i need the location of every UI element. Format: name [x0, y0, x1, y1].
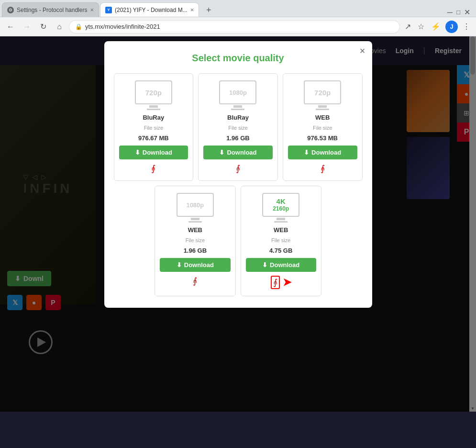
bookmark-icon[interactable]: ☆	[416, 20, 426, 33]
magnet-icon-3[interactable]: ⨙	[321, 163, 325, 174]
file-size-value-2: 1.96 GB	[226, 134, 249, 142]
quality-card-1080p-bluray: 1080p BluRay File size 1.96 GB ⬇ Downloa…	[198, 73, 278, 181]
magnet-highlight-row: ⨙ ➤	[271, 276, 291, 289]
download-icon-1: ⬇	[135, 149, 140, 156]
tab-title-settings: Settings - Protocol handlers	[17, 7, 87, 13]
type-label-1: BluRay	[143, 114, 164, 121]
magnet-icon-1[interactable]: ⨙	[151, 163, 155, 174]
maximize-button[interactable]: □	[456, 9, 460, 16]
monitor-720p-bluray: 720p	[135, 80, 172, 110]
download-btn-1[interactable]: ⬇ Download	[119, 146, 188, 159]
download-btn-4[interactable]: ⬇ Download	[160, 258, 230, 272]
modal-close-button[interactable]: ×	[360, 46, 365, 56]
monitor-720p-web: 720p	[304, 80, 341, 110]
home-button[interactable]: ⌂	[53, 20, 66, 34]
address-url: yts.mx/movies/infinite-2021	[85, 23, 160, 30]
resolution-label-5-2160: 2160p	[273, 206, 289, 212]
address-bar-row: ← → ↻ ⌂ 🔒 yts.mx/movies/infinite-2021 ↗ …	[0, 17, 476, 36]
download-btn-2[interactable]: ⬇ Download	[203, 146, 273, 159]
type-label-3: WEB	[315, 114, 330, 121]
monitor-1080p-web: 1080p	[177, 193, 214, 223]
download-label-5: Download	[270, 261, 299, 269]
magnet-icon-5-highlighted[interactable]: ⨙	[271, 276, 280, 289]
file-size-value-4: 1.96 GB	[184, 247, 207, 254]
type-label-4: WEB	[188, 226, 202, 234]
extensions-icon[interactable]: ⚡	[429, 20, 443, 33]
file-size-value-3: 976.53 MB	[307, 134, 338, 142]
monitor-1080p-bluray: 1080p	[219, 80, 256, 110]
tab-close-settings[interactable]: ×	[90, 6, 94, 13]
quality-card-4k-web: 4K 2160p WEB File size 4.75 GB ⬇ Downloa…	[241, 186, 321, 296]
forward-button[interactable]: →	[20, 20, 33, 34]
file-size-label-5: File size	[271, 237, 290, 243]
monitor-4k-web: 4K 2160p	[262, 193, 299, 223]
quality-card-1080p-web: 1080p WEB File size 1.96 GB ⬇ Download ⨙	[155, 186, 235, 296]
download-icon-5: ⬇	[262, 261, 267, 269]
modal-overlay: × Select movie quality 720p BluRay File …	[0, 36, 476, 412]
tab-yify[interactable]: Y (2021) YIFY - Download M... ×	[100, 2, 199, 17]
file-size-label-3: File size	[313, 125, 332, 131]
tab-close-yify[interactable]: ×	[190, 6, 194, 13]
magnet-icon-2[interactable]: ⨙	[236, 163, 240, 174]
window-controls: ─ □ ✕	[447, 8, 474, 17]
red-arrow-icon: ➤	[283, 276, 291, 289]
download-label-2: Download	[227, 149, 256, 156]
magnet-icon-4[interactable]: ⨙	[193, 276, 197, 286]
share-icon[interactable]: ↗	[403, 20, 413, 33]
tab-title-yify: (2021) YIFY - Download M...	[115, 7, 188, 13]
file-size-label-2: File size	[228, 125, 247, 131]
menu-icon[interactable]: ⋮	[461, 20, 472, 33]
tab-settings[interactable]: ⚙ Settings - Protocol handlers ×	[2, 2, 99, 17]
quality-card-720p-web: 720p WEB File size 976.53 MB ⬇ Download …	[283, 73, 363, 181]
new-tab-button[interactable]: +	[202, 3, 215, 17]
resolution-label-3: 720p	[314, 89, 331, 97]
resolution-label-2: 1080p	[229, 89, 247, 96]
user-avatar[interactable]: J	[445, 21, 458, 33]
resolution-label-4: 1080p	[186, 202, 204, 209]
quality-cards-row-2: 1080p WEB File size 1.96 GB ⬇ Download ⨙	[114, 186, 363, 296]
minimize-button[interactable]: ─	[447, 8, 453, 17]
address-field[interactable]: 🔒 yts.mx/movies/infinite-2021	[69, 20, 400, 34]
quality-modal: × Select movie quality 720p BluRay File …	[104, 41, 372, 308]
address-lock-icon: 🔒	[75, 23, 82, 30]
download-icon-4: ⬇	[177, 261, 182, 269]
reload-button[interactable]: ↻	[36, 20, 50, 34]
modal-title: Select movie quality	[114, 53, 363, 64]
file-size-value-1: 976.67 MB	[138, 134, 169, 142]
file-size-label-1: File size	[144, 125, 163, 131]
tab-favicon-settings: ⚙	[7, 7, 14, 13]
resolution-label-5-4k: 4K	[277, 198, 286, 206]
download-label-4: Download	[184, 261, 214, 269]
file-size-value-5: 4.75 GB	[269, 247, 292, 254]
site-area: Home 4K Trending Browse Movies Login | R…	[0, 36, 476, 412]
quality-cards-row-1: 720p BluRay File size 976.67 MB ⬇ Downlo…	[114, 73, 363, 181]
download-btn-5[interactable]: ⬇ Download	[246, 258, 316, 272]
type-label-5: WEB	[274, 226, 288, 234]
download-label-3: Download	[311, 149, 341, 156]
browser-tab-bar: ⚙ Settings - Protocol handlers × Y (2021…	[0, 0, 476, 17]
close-button[interactable]: ✕	[464, 8, 470, 17]
download-icon-3: ⬇	[304, 149, 309, 156]
quality-card-720p-bluray: 720p BluRay File size 976.67 MB ⬇ Downlo…	[114, 73, 194, 181]
resolution-label-1: 720p	[145, 89, 162, 97]
back-button[interactable]: ←	[4, 20, 17, 34]
download-btn-3[interactable]: ⬇ Download	[288, 146, 357, 159]
tab-favicon-yify: Y	[105, 7, 112, 13]
file-size-label-4: File size	[186, 237, 205, 243]
download-icon-2: ⬇	[219, 149, 224, 156]
type-label-2: BluRay	[227, 114, 249, 121]
download-label-1: Download	[143, 149, 172, 156]
